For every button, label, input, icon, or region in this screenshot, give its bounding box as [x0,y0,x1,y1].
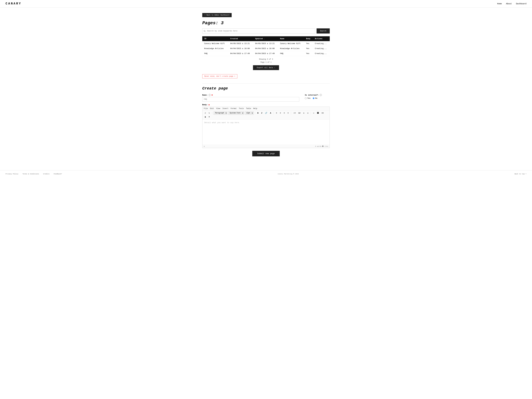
color-button[interactable]: A [269,112,272,115]
cell-body: Yes [304,41,313,46]
strikethrough-button[interactable]: S [204,116,207,119]
editor-menubar: File Edit View Insert Format Tools Table… [203,107,329,111]
nav-dashboard[interactable]: Dashboard [516,3,526,5]
menu-table[interactable]: Table [246,108,251,110]
font-select[interactable]: System Font [228,111,244,115]
search-button[interactable]: Search [317,28,330,33]
footer-copyright: Canary Marketing ® 2023 [278,173,299,175]
svg-line-1 [205,31,206,32]
bold-button[interactable]: B [256,112,260,115]
footer-privacy[interactable]: Privacy Policy [6,173,18,175]
nav-home[interactable]: Home [497,3,502,5]
cell-actions: Creating... [313,46,330,51]
logo: CANARY [6,2,21,5]
undo-button[interactable]: ↩ [204,111,207,115]
editor-toolbar: ↩ ↪ Paragraph System Font 12pt B I 🔗 A ≡… [203,111,329,120]
menu-edit[interactable]: Edit [210,108,214,110]
nav-about[interactable]: About [506,3,512,5]
code-button[interactable]: <> [321,112,325,115]
menu-tools[interactable]: Tools [239,108,244,110]
cell-name: Canary Welcome Gift [278,41,304,46]
emoji-button[interactable]: ☺ [312,112,315,115]
numbered-list-button[interactable]: 1≡ [298,112,302,115]
search-input-wrap [202,28,315,33]
radio-yes-label[interactable]: Yes [305,97,310,99]
search-input[interactable] [202,28,315,33]
is-internal-label-text: Is internal?: [305,94,319,96]
name-info-icon[interactable]: i [209,94,211,96]
nav-links: Home About Dashboard [497,3,526,5]
cancel-create-button[interactable]: Never mind, don't create page × [202,74,237,78]
name-label-text: Name: [202,94,208,96]
menu-view[interactable]: View [216,108,220,110]
radio-no-label[interactable]: No [313,97,317,99]
back-button[interactable]: < Back to Admin Dashboard [202,13,232,17]
col-id: ID [202,36,228,41]
tiny-brand: 🅣 tiny [322,145,328,147]
body-label-text: Body: [202,104,208,106]
cell-body: Yes [304,46,313,51]
cell-updated: 04/05/2023 a 13:21 [253,41,278,46]
outdent-button[interactable]: ⇤ [302,111,305,115]
cell-updated: 04/04/2023 a 17:49 [253,51,278,56]
align-right-button[interactable]: ≡ [283,112,286,115]
create-title: Create page [202,86,330,91]
radio-group: Yes No [305,97,330,99]
menu-file[interactable]: File [204,108,208,110]
align-center-button[interactable]: ≡ [279,112,282,115]
name-input[interactable] [202,97,299,101]
pages-table: ID Created Updated Name Body Actions Can… [202,36,330,56]
word-count: 0 words [315,146,322,147]
search-row: Search [202,28,330,33]
menu-help[interactable]: Help [253,108,257,110]
footer-feedback[interactable]: Feedback? [54,173,62,175]
search-icon [204,30,206,32]
name-group: Name: i [202,94,299,101]
cell-created: 04/04/2023 a 18:08 [228,46,253,51]
radio-yes[interactable] [305,97,307,99]
cell-updated: 04/04/2023 a 18:08 [253,46,278,51]
footer-terms[interactable]: Terms & Conditions [22,173,39,175]
main-content: < Back to Admin Dashboard Pages: 3 Searc… [200,7,332,170]
back-to-top-link[interactable]: Back to top ^ [514,173,526,175]
pagination-showing: Showing 3 of 3 [202,58,330,60]
col-updated[interactable]: Updated [253,36,278,41]
pagination-page: Page 1 of 1 [202,61,330,63]
is-internal-info-icon[interactable]: i [320,94,322,96]
redo-button[interactable]: ↪ [208,111,211,115]
editor-placeholder: Detail what you want to say here. [204,122,240,124]
footer-back-to-top: Back to top ^ [514,173,526,175]
editor-body[interactable]: Detail what you want to say here. [203,120,329,145]
export-button[interactable]: Export all data ↑ [253,65,279,70]
tiny-logo: 0 words 🅣 tiny [315,145,328,147]
cell-actions: Creating... [313,41,330,46]
svg-point-0 [204,30,205,31]
cell-created: 04/05/2023 a 13:21 [228,41,253,46]
form-row: Name: i Is internal?: i Yes No [202,94,330,101]
radio-no[interactable] [313,97,315,99]
body-label: Body: [202,104,330,106]
align-left-button[interactable]: ≡ [275,112,278,115]
name-required-dot [212,94,213,96]
submit-button[interactable]: Submit new page [252,151,280,156]
cell-id: FAQ [202,51,228,56]
footer-credits[interactable]: Credits [43,173,50,175]
help-editor-button[interactable]: ? [208,116,211,119]
radio-no-text: No [315,97,317,99]
menu-insert[interactable]: Insert [222,108,228,110]
toolbar-divider-3 [273,112,274,114]
col-name: Name [278,36,304,41]
col-body: Body [304,36,313,41]
cell-actions: Creating... [313,51,330,56]
bullet-list-button[interactable]: •≡ [292,112,297,115]
italic-button[interactable]: I [260,112,263,115]
image-button[interactable]: 🖼 [316,112,320,115]
cell-id: Knowledge Articles [202,46,228,51]
menu-format[interactable]: Format [231,108,237,110]
align-justify-button[interactable]: ≡ [287,112,290,115]
link-button[interactable]: 🔗 [264,111,268,115]
col-actions: Actions [313,36,330,41]
paragraph-select[interactable]: Paragraph [214,111,227,115]
size-select[interactable]: 12pt [245,111,253,115]
indent-button[interactable]: ⇥ [306,111,309,115]
